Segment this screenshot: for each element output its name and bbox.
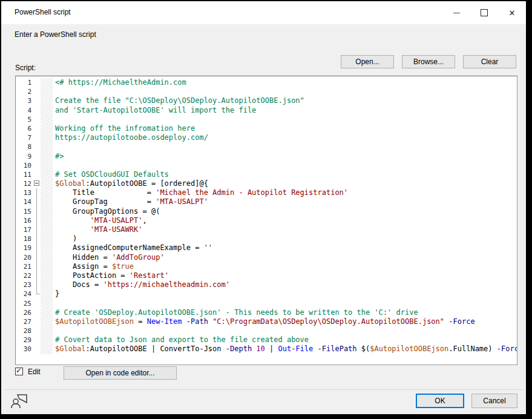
gutter-hatch-band [41, 289, 53, 299]
code-text: AssignedComputerNameExample = '' [53, 243, 517, 252]
code-line: 21 Assign = $true [16, 262, 517, 271]
gutter-hatch-band [41, 299, 53, 308]
line-number: 18 [16, 234, 34, 243]
code-line: 29# Covert data to Json and export to th… [16, 335, 517, 345]
gutter-hatch-band [41, 161, 53, 170]
line-number: 3 [16, 96, 34, 105]
line-number: 22 [16, 271, 34, 280]
gutter-hatch-band [41, 280, 53, 289]
maximize-button[interactable] [470, 1, 498, 24]
fold-margin [34, 142, 41, 151]
code-line: 13 Title = 'Michael the Admin - Autopilo… [16, 188, 517, 197]
fold-margin [34, 115, 41, 124]
line-number: 7 [16, 133, 34, 142]
fold-margin [34, 78, 41, 87]
code-text: } [53, 289, 517, 299]
gutter-hatch-band [41, 345, 53, 354]
gutter-hatch-band [41, 152, 53, 161]
line-number: 5 [16, 115, 34, 124]
fold-margin [34, 289, 41, 299]
code-line: 14 GroupTag = 'MTA-USALPT' [16, 197, 517, 206]
fold-margin [34, 308, 41, 317]
code-text: 'MTA-USALPT', [53, 216, 517, 225]
code-line: 18 ) [16, 234, 517, 243]
line-number: 17 [16, 225, 34, 234]
gutter-hatch-band [41, 271, 53, 280]
code-text: # Set OSDCloudGUI Defaults [53, 170, 517, 179]
line-number: 6 [16, 124, 34, 133]
code-line: 6Working off the infromation here [16, 124, 517, 133]
edit-checkbox[interactable]: ✓ [15, 368, 23, 375]
code-text [53, 326, 517, 335]
code-text: Hidden = 'AddToGroup' [53, 253, 517, 262]
gutter-hatch-band [41, 115, 53, 124]
gutter-hatch-band [41, 216, 53, 225]
code-line: 8 [16, 142, 517, 151]
ok-button[interactable]: OK [416, 394, 464, 408]
line-number: 11 [16, 170, 34, 179]
line-number: 8 [16, 142, 34, 151]
code-line: 3Create the file "C:\OSDeploy\OSDeploy.A… [16, 96, 517, 105]
fold-margin [34, 326, 41, 335]
code-line: 22 PostAction = 'Restart' [16, 271, 517, 280]
code-text [53, 161, 517, 170]
line-number: 26 [16, 308, 34, 317]
maximize-icon [481, 9, 488, 16]
fold-margin [34, 216, 41, 225]
code-text: # Covert data to Json and export to the … [53, 335, 517, 345]
line-number: 12 [16, 179, 34, 188]
user-presentation-icon [10, 392, 28, 410]
fold-collapse-icon[interactable] [34, 179, 41, 188]
code-line: 28 [16, 326, 517, 335]
gutter-hatch-band [41, 78, 53, 87]
code-line: 4and 'Start-AutopilotOOBE' will import t… [16, 106, 517, 115]
gutter-hatch-band [41, 335, 53, 345]
fold-margin [34, 299, 41, 308]
gutter-hatch-band [41, 124, 53, 133]
close-button[interactable]: ✕ [498, 1, 526, 24]
code-text [53, 142, 517, 151]
fold-margin [34, 345, 41, 354]
powershell-script-dialog: PowerShell script ✕ Enter a PowerShell s… [1, 1, 526, 414]
script-editor[interactable]: 1<# https://MichaeltheAdmin.com23Create … [15, 76, 517, 365]
code-line: 5 [16, 115, 517, 124]
minimize-icon [453, 13, 460, 13]
fold-margin [34, 170, 41, 179]
gutter-hatch-band [41, 142, 53, 151]
line-number: 23 [16, 280, 34, 289]
gutter-hatch-band [41, 96, 53, 105]
fold-margin [34, 280, 41, 289]
open-in-code-editor-button[interactable]: Open in code editor... [64, 366, 177, 380]
line-number: 30 [16, 345, 34, 354]
line-number: 4 [16, 106, 34, 115]
code-text: Create the file "C:\OSDeploy\OSDeploy.Au… [53, 96, 517, 105]
minimize-button[interactable] [442, 1, 470, 24]
fold-margin [34, 207, 41, 216]
code-text: <# https://MichaeltheAdmin.com [53, 78, 517, 87]
code-line: 12$Global:AutopilotOOBE = [ordered]@{ [16, 179, 517, 188]
code-text: Working off the infromation here [53, 124, 517, 133]
fold-margin [34, 253, 41, 262]
line-number: 2 [16, 87, 34, 96]
code-text: and 'Start-AutopilotOOBE' will import th… [53, 106, 517, 115]
cancel-button[interactable]: Cancel [471, 394, 517, 408]
gutter-hatch-band [41, 308, 53, 317]
code-text: GroupTag = 'MTA-USALPT' [53, 197, 517, 206]
code-text [53, 299, 517, 308]
code-text: Assign = $true [53, 262, 517, 271]
browse-button[interactable]: Browse... [402, 55, 455, 68]
code-line: 15 GroupTagOptions = @( [16, 207, 517, 216]
code-text [53, 115, 517, 124]
fold-margin [34, 188, 41, 197]
code-line: 2 [16, 87, 517, 96]
gutter-hatch-band [41, 225, 53, 234]
fold-margin [34, 234, 41, 243]
code-line: 27$AutopilotOOBEjson = New-Item -Path "C… [16, 317, 517, 326]
code-text: # Create 'OSDeploy.AutopilotOOBE.json' -… [53, 308, 517, 317]
open-button[interactable]: Open... [341, 55, 394, 68]
gutter-hatch-band [41, 207, 53, 216]
code-line: 25 [16, 299, 517, 308]
clear-button[interactable]: Clear [463, 55, 516, 68]
window-title: PowerShell script [15, 8, 71, 16]
line-number: 21 [16, 262, 34, 271]
